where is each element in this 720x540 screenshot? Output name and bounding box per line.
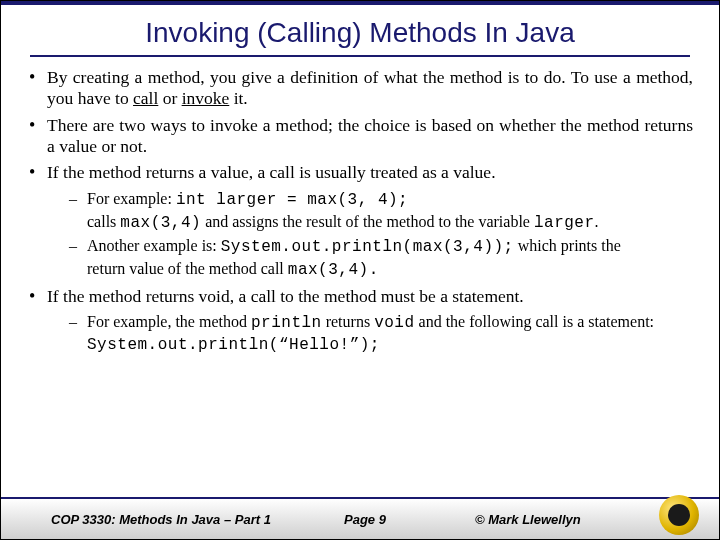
sub2-codeline: System.out.println(“Hello!”); xyxy=(69,336,693,356)
b1-end: it. xyxy=(229,88,247,108)
s1l2-a: calls xyxy=(87,213,120,230)
s1l2-b: and assigns the result of the method to … xyxy=(201,213,534,230)
slide-title: Invoking (Calling) Methods In Java xyxy=(1,5,719,55)
s21-b: returns xyxy=(322,313,374,330)
s1l2-var: larger xyxy=(534,214,595,232)
s21-c: and the following call is a statement: xyxy=(415,313,655,330)
s2-code: System.out.println(max(3,4)); xyxy=(221,238,514,256)
s1l2-code: max(3,4) xyxy=(120,214,201,232)
sub-list-2: For example, the method println returns … xyxy=(69,312,693,355)
sub-list-1: For example: int larger = max(3, 4); cal… xyxy=(69,189,693,281)
footer-left: COP 3330: Methods In Java – Part 1 xyxy=(1,512,295,527)
b1-or: or xyxy=(158,88,181,108)
content-area: By creating a method, you give a definit… xyxy=(1,57,719,355)
bullet-1: By creating a method, you give a definit… xyxy=(27,67,693,110)
b1-invoke: invoke xyxy=(182,88,230,108)
s21-code1: println xyxy=(251,314,322,332)
footer: COP 3330: Methods In Java – Part 1 Page … xyxy=(1,497,719,539)
s2l2-code: max(3,4). xyxy=(288,261,379,279)
sub2-item1: For example, the method println returns … xyxy=(69,312,693,334)
footer-center: Page 9 xyxy=(295,512,435,527)
ucf-logo-icon xyxy=(659,495,699,535)
sub1-item2: Another example is: System.out.println(m… xyxy=(69,236,693,258)
s21-code2: void xyxy=(374,314,414,332)
s2l2-a: return value of the method call xyxy=(87,260,288,277)
main-list: By creating a method, you give a definit… xyxy=(27,67,693,184)
s1-code: int larger = max(3, 4); xyxy=(176,191,408,209)
s21-a: For example, the method xyxy=(87,313,251,330)
bullet-2: There are two ways to invoke a method; t… xyxy=(27,115,693,158)
s1l2-end: . xyxy=(595,213,599,230)
sub1-item2-line2: return value of the method call max(3,4)… xyxy=(69,259,693,281)
sub1-item1-line2: calls max(3,4) and assigns the result of… xyxy=(69,212,693,234)
s2-b: which prints the xyxy=(514,237,621,254)
sub1-item1: For example: int larger = max(3, 4); xyxy=(69,189,693,211)
bullet-3: If the method returns a value, a call is… xyxy=(27,162,693,183)
b1-call: call xyxy=(133,88,158,108)
s1-a: For example: xyxy=(87,190,176,207)
s2-a: Another example is: xyxy=(87,237,221,254)
main-list-2: If the method returns void, a call to th… xyxy=(27,286,693,307)
bullet-4: If the method returns void, a call to th… xyxy=(27,286,693,307)
